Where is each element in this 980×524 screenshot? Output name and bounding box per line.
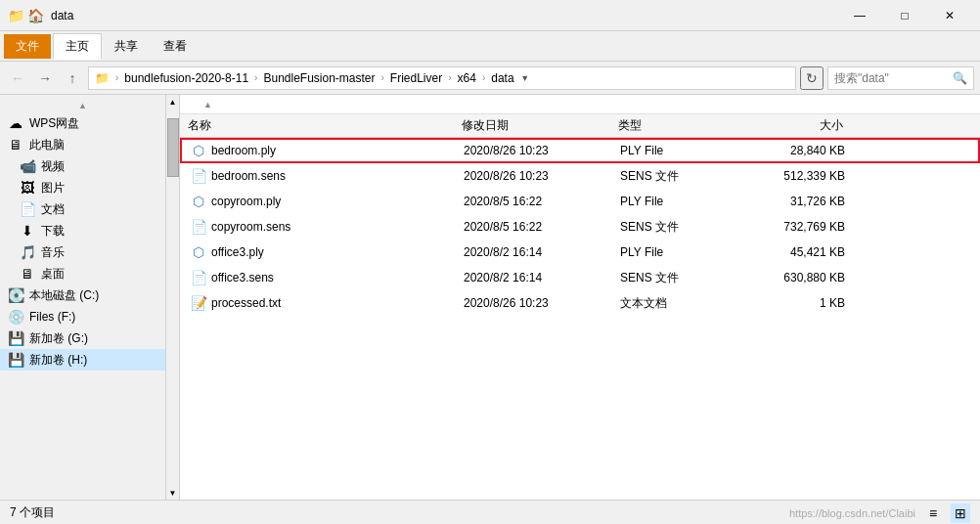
view-details-btn[interactable]: ≡ xyxy=(923,503,943,523)
address-dropdown-icon[interactable]: ▼ xyxy=(518,71,532,85)
nav-bar: ← → ↑ 📁 › bundlefusion-2020-8-11 › Bundl… xyxy=(0,62,980,95)
minimize-button[interactable]: — xyxy=(837,0,882,31)
file-row-copyroom-ply[interactable]: ⬡ copyroom.ply 2020/8/5 16:22 PLY File 3… xyxy=(180,189,980,214)
file-type-processed-txt: 文本文档 xyxy=(620,295,747,312)
pictures-icon: 🖼 xyxy=(20,180,35,196)
downloads-icon: ⬇ xyxy=(20,223,35,239)
file-name-office3-sens: office3.sens xyxy=(211,271,274,284)
title-bar: 📁 🏠 data — □ ✕ xyxy=(0,0,980,31)
breadcrumb-current[interactable]: data xyxy=(491,71,513,85)
files-f-icon: 💿 xyxy=(8,309,23,325)
title-bar-app-icons: 📁 🏠 xyxy=(8,8,43,23)
sidebar-item-new-vol-g[interactable]: 💾 新加卷 (G:) xyxy=(0,328,165,349)
new-vol-h-icon: 💾 xyxy=(8,352,23,368)
ribbon: 文件 主页 共享 查看 xyxy=(0,31,980,62)
forward-button[interactable]: → xyxy=(33,66,57,90)
status-right: https://blog.csdn.net/Claibi ≡ ⊞ xyxy=(789,503,970,523)
sidebar-item-label-wps: WPS网盘 xyxy=(29,115,79,132)
music-icon: 🎵 xyxy=(20,244,35,260)
file-row-office3-sens[interactable]: 📄 office3.sens 2020/8/2 16:14 SENS 文件 63… xyxy=(180,265,980,290)
file-size-bedroom-ply: 28,840 KB xyxy=(747,144,845,157)
sens-icon-5: 📄 xyxy=(190,269,207,286)
app-icon-2: 🏠 xyxy=(27,8,43,23)
breadcrumb-part-2[interactable]: BundleFusion-master xyxy=(263,71,375,85)
file-size-processed-txt: 1 KB xyxy=(747,296,845,310)
local-c-icon: 💽 xyxy=(8,287,23,303)
item-count: 7 个项目 xyxy=(10,504,55,521)
sep-3: › xyxy=(381,72,384,83)
file-date-office3-sens: 2020/8/2 16:14 xyxy=(464,271,620,284)
sidebar-item-documents[interactable]: 📄 文档 xyxy=(0,198,165,220)
sidebar-item-label-downloads: 下载 xyxy=(41,223,65,240)
sort-header: ▲ xyxy=(180,95,980,114)
sidebar-item-files-f[interactable]: 💿 Files (F:) xyxy=(0,306,165,328)
file-list-header: 名称 修改日期 类型 大小 xyxy=(180,114,980,138)
search-box[interactable]: 🔍 xyxy=(827,66,974,90)
sidebar-item-label-desktop: 桌面 xyxy=(41,266,65,283)
sidebar-item-label-new-vol-h: 新加卷 (H:) xyxy=(29,352,87,369)
file-name-bedroom-ply: bedroom.ply xyxy=(211,144,276,157)
new-vol-g-icon: 💾 xyxy=(8,330,23,346)
txt-icon-6: 📝 xyxy=(190,294,207,312)
breadcrumb-part-4[interactable]: x64 xyxy=(458,71,476,85)
tab-home[interactable]: 主页 xyxy=(53,33,102,60)
col-header-name[interactable]: 名称 xyxy=(188,117,462,134)
col-header-size[interactable]: 大小 xyxy=(745,117,843,134)
status-bar: 7 个项目 https://blog.csdn.net/Claibi ≡ ⊞ xyxy=(0,500,980,524)
tab-share[interactable]: 共享 xyxy=(102,33,151,60)
search-icon[interactable]: 🔍 xyxy=(953,71,967,85)
sidebar-item-desktop[interactable]: 🖥 桌面 xyxy=(0,263,165,284)
breadcrumb-part-1[interactable]: bundlefusion-2020-8-11 xyxy=(124,71,248,85)
this-pc-icon: 🖥 xyxy=(8,137,23,153)
sidebar-item-wps[interactable]: ☁ WPS网盘 xyxy=(0,112,165,134)
file-row-processed-txt[interactable]: 📝 processed.txt 2020/8/26 10:23 文本文档 1 K… xyxy=(180,290,980,316)
up-button[interactable]: ↑ xyxy=(61,66,84,90)
ply-icon-0: ⬡ xyxy=(190,142,207,159)
sidebar-scroll-up[interactable]: ▲ xyxy=(0,99,165,112)
close-button[interactable]: ✕ xyxy=(927,0,972,31)
scrollbar-down-btn[interactable]: ▼ xyxy=(166,486,180,500)
file-type-office3-ply: PLY File xyxy=(620,245,747,259)
file-row-bedroom-ply[interactable]: ⬡ bedroom.ply 2020/8/26 10:23 PLY File 2… xyxy=(180,138,980,163)
sidebar-item-label-videos: 视频 xyxy=(41,158,65,175)
scrollbar-thumb[interactable] xyxy=(167,118,179,177)
maximize-button[interactable]: □ xyxy=(882,0,927,31)
window-title: data xyxy=(51,9,837,22)
col-header-type[interactable]: 类型 xyxy=(618,117,745,134)
documents-icon: 📄 xyxy=(20,201,35,217)
file-row-copyroom-sens[interactable]: 📄 copyroom.sens 2020/8/5 16:22 SENS 文件 7… xyxy=(180,214,980,240)
back-button[interactable]: ← xyxy=(6,66,29,90)
sens-icon-3: 📄 xyxy=(190,218,207,236)
address-bar[interactable]: 📁 › bundlefusion-2020-8-11 › BundleFusio… xyxy=(88,66,796,90)
file-row-bedroom-sens[interactable]: 📄 bedroom.sens 2020/8/26 10:23 SENS 文件 5… xyxy=(180,163,980,189)
search-input[interactable] xyxy=(834,71,949,85)
sidebar-item-downloads[interactable]: ⬇ 下载 xyxy=(0,220,165,241)
sep-4: › xyxy=(448,72,451,83)
sidebar-item-label-music: 音乐 xyxy=(41,244,65,261)
sidebar-item-videos[interactable]: 📹 视频 xyxy=(0,155,165,177)
tab-file[interactable]: 文件 xyxy=(4,34,51,59)
file-row-office3-ply[interactable]: ⬡ office3.ply 2020/8/2 16:14 PLY File 45… xyxy=(180,240,980,265)
scrollbar-track[interactable] xyxy=(166,109,180,486)
sidebar-item-local-c[interactable]: 💽 本地磁盘 (C:) xyxy=(0,284,165,306)
file-list: ⬡ bedroom.ply 2020/8/26 10:23 PLY File 2… xyxy=(180,138,980,500)
scrollbar-up-btn[interactable]: ▲ xyxy=(166,95,180,109)
sidebar-item-music[interactable]: 🎵 音乐 xyxy=(0,241,165,263)
file-type-bedroom-ply: PLY File xyxy=(620,144,747,157)
view-tiles-btn[interactable]: ⊞ xyxy=(951,503,970,523)
breadcrumb-part-3[interactable]: FriedLiver xyxy=(390,71,442,85)
wps-icon: ☁ xyxy=(8,115,23,131)
file-date-processed-txt: 2020/8/26 10:23 xyxy=(464,296,620,310)
sidebar-item-label-new-vol-g: 新加卷 (G:) xyxy=(29,330,88,347)
col-header-date[interactable]: 修改日期 xyxy=(462,117,618,134)
ply-icon-4: ⬡ xyxy=(190,243,207,261)
refresh-button[interactable]: ↻ xyxy=(800,66,824,90)
file-date-copyroom-ply: 2020/8/5 16:22 xyxy=(464,195,620,208)
sidebar: ▲ ☁ WPS网盘 🖥 此电脑 📹 视频 🖼 图片 📄 文档 xyxy=(0,95,165,500)
tab-view[interactable]: 查看 xyxy=(151,33,200,60)
file-name-bedroom-sens: bedroom.sens xyxy=(211,169,286,183)
sidebar-item-new-vol-h[interactable]: 💾 新加卷 (H:) xyxy=(0,349,165,371)
sort-arrow-icon[interactable]: ▲ xyxy=(203,100,212,109)
sidebar-item-pictures[interactable]: 🖼 图片 xyxy=(0,177,165,198)
sidebar-item-this-pc[interactable]: 🖥 此电脑 xyxy=(0,134,165,155)
